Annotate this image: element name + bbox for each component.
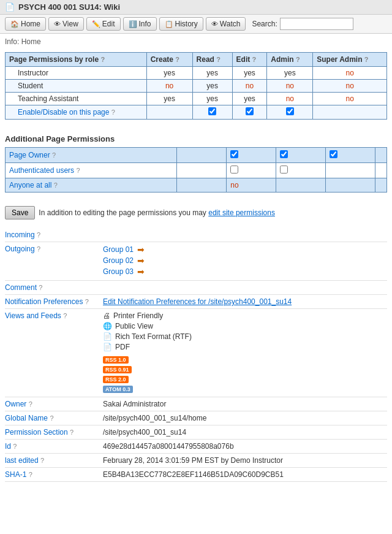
group-01-item: Group 01 ➡ xyxy=(103,245,145,254)
pageowner-admin-checkbox[interactable] xyxy=(330,150,337,158)
owner-help-icon[interactable]: ? xyxy=(29,400,32,408)
notif-help-icon[interactable]: ? xyxy=(85,298,89,305)
anyone-superadmin xyxy=(375,178,387,193)
last-edited-value: February 28, 2014 3:01:59 PM EST by Demo… xyxy=(103,456,283,465)
table-row: Student no yes no no no xyxy=(6,80,387,93)
col-create: Create ? xyxy=(146,53,192,67)
incoming-row: Incoming ? xyxy=(5,228,387,242)
view-button[interactable]: 👁 View xyxy=(48,17,84,31)
rtf-link[interactable]: Rich Text Format (RTF) xyxy=(115,332,192,341)
outgoing-row: Outgoing ? Group 01 ➡ Group 02 ➡ Group 0… xyxy=(5,242,387,281)
views-help-icon[interactable]: ? xyxy=(63,312,67,319)
enable-create-cell xyxy=(146,105,192,120)
anyone-create xyxy=(177,178,227,193)
incoming-help-icon[interactable]: ? xyxy=(37,231,40,238)
toolbar: 🏠 Home 👁 View ✏️ Edit ℹ️ Info 📋 History … xyxy=(0,15,392,34)
history-button[interactable]: 📋 History xyxy=(159,17,203,31)
globalname-help-icon[interactable]: ? xyxy=(50,414,53,422)
page-permissions-section: Page Permissions by role ? Create ? Read… xyxy=(0,50,392,132)
ta-read: yes xyxy=(192,93,232,105)
auth-read-checkbox[interactable] xyxy=(230,166,238,174)
info-section: Incoming ? Outgoing ? Group 01 ➡ Group 0… xyxy=(0,226,392,484)
rss091-badge[interactable]: RSS 0.91 xyxy=(103,366,132,373)
anyone-help-icon[interactable]: ? xyxy=(54,181,58,189)
superadmin-help-icon[interactable]: ? xyxy=(364,56,369,63)
lastedited-help-icon[interactable]: ? xyxy=(40,457,44,464)
outgoing-value: Group 01 ➡ Group 02 ➡ Group 03 ➡ xyxy=(103,245,145,278)
auth-edit xyxy=(276,163,326,178)
col-edit: Edit ? xyxy=(232,53,267,67)
atom03-badge[interactable]: ATOM 0.3 xyxy=(103,386,133,393)
authenticated-users-label: Authenticated users ? xyxy=(6,163,177,178)
owner-value: Sakai Administrator xyxy=(103,400,166,408)
outgoing-help-icon[interactable]: ? xyxy=(37,245,40,253)
notification-row: Notification Preferences ? Edit Notifica… xyxy=(5,295,387,309)
authenticated-users-row: Authenticated users ? xyxy=(6,163,387,178)
printer-icon: 🖨 xyxy=(103,311,110,320)
pageowner-help-icon[interactable]: ? xyxy=(52,151,56,159)
anyone-read: no xyxy=(227,178,276,193)
owner-row: Owner ? Sakai Administrator xyxy=(5,397,387,411)
public-view-link[interactable]: Public View xyxy=(115,322,153,330)
ta-edit: yes xyxy=(232,93,267,105)
pageowner-edit-checkbox[interactable] xyxy=(280,150,288,158)
views-feeds-row: Views and Feeds ? 🖨 Printer Friendly 🌐 P… xyxy=(5,309,387,397)
edit-help-icon[interactable]: ? xyxy=(252,56,257,63)
last-edited-row: last edited ? February 28, 2014 3:01:59 … xyxy=(5,454,387,468)
rss20-badge[interactable]: RSS 2.0 xyxy=(103,376,129,383)
table-row: Teaching Assistant yes yes yes no no xyxy=(6,93,387,105)
views-feeds-label: Views and Feeds ? xyxy=(5,311,103,320)
auth-edit-checkbox[interactable] xyxy=(280,166,288,174)
group-03-item: Group 03 ➡ xyxy=(103,267,145,277)
notification-link[interactable]: Edit Notification Preferences for /site/… xyxy=(103,297,292,306)
info-button[interactable]: ℹ️ Info xyxy=(123,17,157,31)
search-input[interactable] xyxy=(280,18,353,30)
group-03-link[interactable]: Group 03 xyxy=(103,267,134,276)
last-edited-label: last edited ? xyxy=(5,456,103,465)
enable-admin-checkbox[interactable] xyxy=(286,107,294,115)
watch-button[interactable]: 👁 Watch xyxy=(206,17,246,31)
printer-friendly-link[interactable]: Printer Friendly xyxy=(113,311,163,320)
permissions-table: Page Permissions by role ? Create ? Read… xyxy=(5,52,387,120)
edit-button[interactable]: ✏️ Edit xyxy=(86,17,121,31)
breadcrumb: Info: Home xyxy=(0,34,392,50)
group-01-link[interactable]: Group 01 xyxy=(103,245,134,254)
pdf-link[interactable]: PDF xyxy=(115,343,130,351)
admin-help-icon[interactable]: ? xyxy=(296,56,300,63)
home-button[interactable]: 🏠 Home xyxy=(5,17,46,31)
enable-edit-checkbox[interactable] xyxy=(246,107,254,115)
student-edit: no xyxy=(232,80,267,93)
comment-help-icon[interactable]: ? xyxy=(39,284,42,291)
additional-permissions-table: Page Owner ? Authenticated users ? Anyon… xyxy=(5,147,387,193)
enable-read-cell xyxy=(192,105,232,120)
sha1-value: E5B4BA13ECC778C2E8EF1146B51DA09C60D9CB51 xyxy=(103,470,284,479)
enable-read-checkbox[interactable] xyxy=(208,107,216,115)
table-row: Instructor yes yes yes yes no xyxy=(6,67,387,80)
edit-icon: ✏️ xyxy=(92,20,100,28)
sha1-help-icon[interactable]: ? xyxy=(29,471,32,478)
id-help-icon[interactable]: ? xyxy=(13,443,17,450)
create-help-icon[interactable]: ? xyxy=(175,56,179,63)
notification-label: Notification Preferences ? xyxy=(5,297,103,306)
enable-admin-cell xyxy=(267,105,313,120)
enable-disable-row: Enable/Disable on this page ? xyxy=(6,105,387,120)
page-owner-label: Page Owner ? xyxy=(6,148,177,163)
save-button[interactable]: Save xyxy=(5,206,35,219)
rss10-badge[interactable]: RSS 1.0 xyxy=(103,356,129,364)
permsection-help-icon[interactable]: ? xyxy=(70,429,74,436)
auth-admin xyxy=(326,163,375,178)
view-icon: 👁 xyxy=(54,20,61,28)
ta-superadmin: no xyxy=(313,93,387,105)
auth-help-icon[interactable]: ? xyxy=(76,167,80,174)
global-name-row: Global Name ? /site/psych400_001_su14/ho… xyxy=(5,411,387,425)
read-help-icon[interactable]: ? xyxy=(216,56,221,63)
home-icon: 🏠 xyxy=(10,20,19,28)
watch-icon: 👁 xyxy=(211,20,218,28)
group-02-link[interactable]: Group 02 xyxy=(103,256,134,265)
edit-site-permissions-link[interactable]: edit site permissions xyxy=(208,208,275,217)
enable-help-icon[interactable]: ? xyxy=(111,109,115,116)
pageowner-read-checkbox[interactable] xyxy=(230,150,238,158)
anyone-label: Anyone at all ? xyxy=(6,178,177,193)
page-owner-superadmin xyxy=(375,148,387,163)
role-help-icon[interactable]: ? xyxy=(100,56,105,63)
